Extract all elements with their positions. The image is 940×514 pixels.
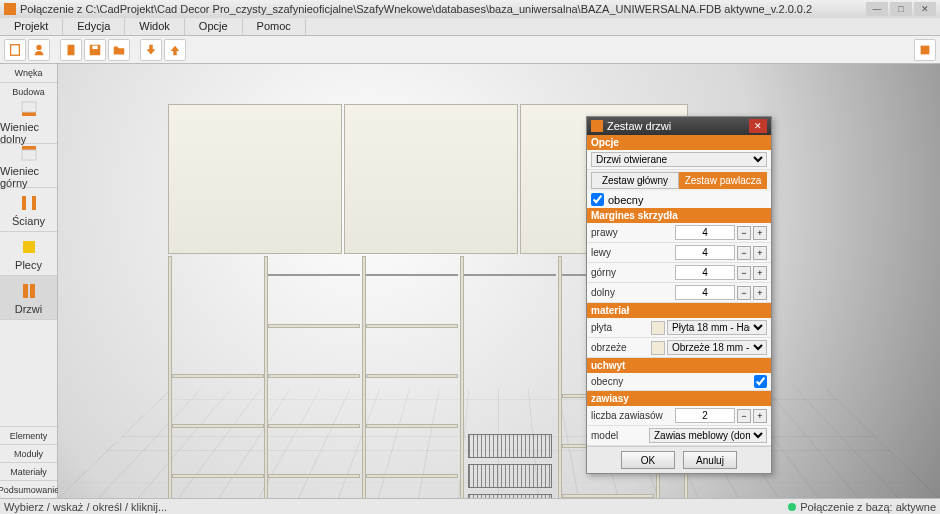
- ok-button[interactable]: OK: [621, 451, 675, 469]
- workspace: Wnęka Budowa Wieniec dolny Wieniec górny…: [0, 64, 940, 498]
- section-opcje: Opcje: [587, 135, 771, 150]
- uchwyt-checkbox[interactable]: [754, 375, 767, 388]
- status-left: Wybierz / wskaż / określ / kliknij...: [4, 501, 167, 513]
- sidebar-tool-wieniec-dolny[interactable]: Wieniec dolny: [0, 100, 57, 144]
- sidebar-tool-wieniec-gorny[interactable]: Wieniec górny: [0, 144, 57, 188]
- svg-rect-5: [921, 45, 930, 54]
- plyta-select[interactable]: Płyta 18 mm - Hacjenda biała: [667, 320, 767, 335]
- titlebar: Połączenie z C:\CadProjekt\Cad Decor Pro…: [0, 0, 940, 18]
- sidebar-tool-sciany[interactable]: Ściany: [0, 188, 57, 232]
- spin-down-icon[interactable]: −: [737, 409, 751, 423]
- tool-export-icon[interactable]: [140, 39, 162, 61]
- sidebar-tool-drzwi[interactable]: Drzwi: [0, 276, 57, 320]
- svg-rect-13: [23, 284, 28, 298]
- cancel-button[interactable]: Anuluj: [683, 451, 737, 469]
- label-plyta: płyta: [591, 322, 649, 333]
- label-model: model: [591, 430, 649, 441]
- svg-rect-14: [30, 284, 35, 298]
- label-liczba-zawiasow: liczba zawiasów: [591, 410, 669, 421]
- spin-up-icon[interactable]: +: [753, 226, 767, 240]
- input-lewy[interactable]: [675, 245, 735, 260]
- svg-rect-11: [32, 196, 36, 210]
- window-title: Połączenie z C:\CadProjekt\Cad Decor Pro…: [20, 3, 812, 15]
- sidebar-tool-label: Wieniec górny: [0, 165, 57, 189]
- panel-top-icon: [19, 143, 39, 163]
- tool-user-icon[interactable]: [28, 39, 50, 61]
- close-button[interactable]: ✕: [914, 2, 936, 16]
- sidebar-item-materialy[interactable]: Materiały: [0, 462, 57, 480]
- dialog-close-button[interactable]: ✕: [749, 119, 767, 133]
- panel-bottom-icon: [19, 99, 39, 119]
- tool-settings-icon[interactable]: [914, 39, 936, 61]
- input-liczba-zawiasow[interactable]: [675, 408, 735, 423]
- menu-edycja[interactable]: Edycja: [63, 18, 125, 35]
- label-gorny: górny: [591, 267, 649, 278]
- sidebar-item-wneka[interactable]: Wnęka: [0, 64, 57, 82]
- tool-file-icon[interactable]: [60, 39, 82, 61]
- tool-new-icon[interactable]: [4, 39, 26, 61]
- sidebar-tool-label: Drzwi: [15, 303, 43, 315]
- sidebar-item-elementy[interactable]: Elementy: [0, 426, 57, 444]
- tab-zestaw-pawlacza[interactable]: Zestaw pawlacza: [679, 172, 767, 189]
- sidebar-item-moduly[interactable]: Moduły: [0, 444, 57, 462]
- sidebar-item-budowa[interactable]: Budowa: [0, 82, 57, 100]
- dialog-icon: [591, 120, 603, 132]
- door-set-dialog: Zestaw drzwi ✕ Opcje Drzwi otwierane Zes…: [586, 116, 772, 474]
- zawias-model-select[interactable]: Zawias meblowy (domyślny): [649, 428, 767, 443]
- input-prawy[interactable]: [675, 225, 735, 240]
- svg-rect-6: [22, 112, 36, 116]
- menubar: Projekt Edycja Widok Opcje Pomoc: [0, 18, 940, 36]
- label-dolny: dolny: [591, 287, 649, 298]
- svg-rect-4: [92, 45, 97, 49]
- connection-dot-icon: [788, 503, 796, 511]
- dialog-titlebar[interactable]: Zestaw drzwi ✕: [587, 117, 771, 135]
- label-lewy: lewy: [591, 247, 649, 258]
- section-margines: Margines skrzydła: [587, 208, 771, 223]
- walls-icon: [19, 193, 39, 213]
- tab-zestaw-glowny[interactable]: Zestaw główny: [591, 172, 679, 189]
- app-icon: [4, 3, 16, 15]
- doors-icon: [19, 281, 39, 301]
- door-type-select[interactable]: Drzwi otwierane: [591, 152, 767, 167]
- svg-point-1: [36, 44, 41, 49]
- sidebar: Wnęka Budowa Wieniec dolny Wieniec górny…: [0, 64, 58, 498]
- svg-rect-12: [23, 241, 35, 253]
- spin-up-icon[interactable]: +: [753, 266, 767, 280]
- section-uchwyt: uchwyt: [587, 358, 771, 373]
- back-panel-icon: [19, 237, 39, 257]
- obrzeze-select[interactable]: Obrzeże 18 mm - Hacjenda: [667, 340, 767, 355]
- menu-widok[interactable]: Widok: [125, 18, 185, 35]
- window-controls: — □ ✕: [866, 2, 936, 16]
- spin-up-icon[interactable]: +: [753, 246, 767, 260]
- spin-down-icon[interactable]: −: [737, 226, 751, 240]
- obrzeze-swatch: [651, 341, 665, 355]
- spin-down-icon[interactable]: −: [737, 246, 751, 260]
- sidebar-tool-label: Wieniec dolny: [0, 121, 57, 145]
- input-gorny[interactable]: [675, 265, 735, 280]
- menu-projekt[interactable]: Projekt: [0, 18, 63, 35]
- minimize-button[interactable]: —: [866, 2, 888, 16]
- sidebar-tool-plecy[interactable]: Plecy: [0, 232, 57, 276]
- spin-down-icon[interactable]: −: [737, 286, 751, 300]
- spin-up-icon[interactable]: +: [753, 409, 767, 423]
- sidebar-tool-label: Ściany: [12, 215, 45, 227]
- sidebar-item-podsumowanie[interactable]: Podsumowanie: [0, 480, 57, 498]
- menu-opcje[interactable]: Opcje: [185, 18, 243, 35]
- toolbar: [0, 36, 940, 64]
- spin-down-icon[interactable]: −: [737, 266, 751, 280]
- svg-rect-7: [22, 102, 36, 112]
- spin-up-icon[interactable]: +: [753, 286, 767, 300]
- section-zawiasy: zawiasy: [587, 391, 771, 406]
- tool-import-icon[interactable]: [164, 39, 186, 61]
- sidebar-bottom: Elementy Moduły Materiały Podsumowanie: [0, 426, 57, 498]
- svg-rect-8: [22, 146, 36, 150]
- menu-pomoc[interactable]: Pomoc: [243, 18, 306, 35]
- viewport-3d[interactable]: [58, 64, 940, 498]
- input-dolny[interactable]: [675, 285, 735, 300]
- tool-folder-icon[interactable]: [108, 39, 130, 61]
- obecny-checkbox[interactable]: [591, 193, 604, 206]
- obecny-label: obecny: [608, 194, 643, 206]
- tool-save-icon[interactable]: [84, 39, 106, 61]
- maximize-button[interactable]: □: [890, 2, 912, 16]
- svg-rect-10: [22, 196, 26, 210]
